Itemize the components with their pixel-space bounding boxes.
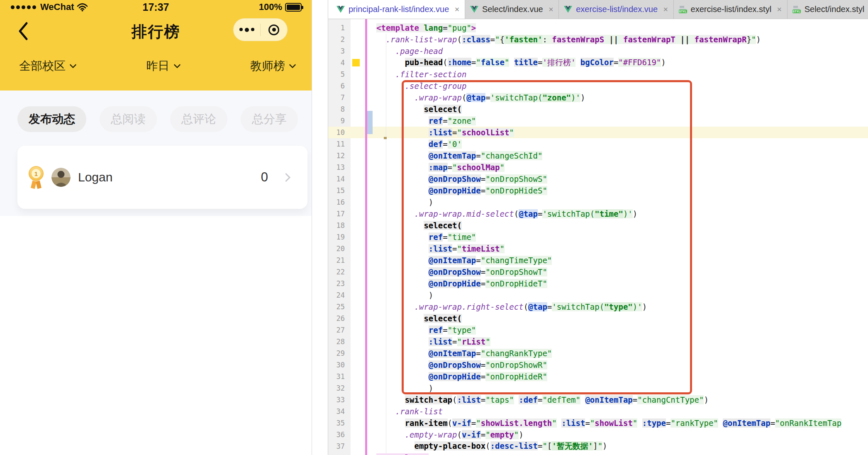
editor-tab[interactable]: STYLSelect/index.styl✕	[788, 0, 868, 19]
filter-campus[interactable]: 全部校区	[19, 58, 76, 74]
code-text: @onDropShow="onDropShowS"	[376, 174, 547, 183]
capsule-menu	[233, 18, 288, 41]
code-text: ref="type"	[376, 325, 476, 335]
user-name: Logan	[78, 170, 112, 184]
code-text: :list="schoolList"	[376, 128, 514, 137]
filter-row: 全部校区昨日教师榜	[0, 51, 312, 74]
code-text: )	[376, 291, 433, 300]
code-text: .wrap-wrap(@tap='switchTap("zone")')	[376, 93, 585, 102]
code-line: 17 .wrap-wrap.mid-select(@tap='switchTap…	[328, 208, 868, 220]
code-lines: 1<template lang="pug">2 .rank-list-wrap(…	[328, 22, 868, 455]
code-line: 32 )	[328, 382, 868, 394]
tab-filename: exercise-list/index.vue	[576, 5, 658, 14]
editor-tab[interactable]: Select/index.vue✕	[465, 0, 559, 19]
metric-tab[interactable]: 总评论	[170, 106, 227, 132]
line-number: 20	[328, 245, 351, 253]
line-number: 12	[328, 152, 351, 160]
metric-tab[interactable]: 发布动态	[17, 106, 86, 132]
code-line: 15 @onDropHide="onDropHideS"	[328, 185, 868, 196]
ellipsis-icon	[239, 28, 254, 32]
code-text: @onItemTap="changeSchId"	[376, 151, 542, 160]
code-line: 13 :map="schoolMap"	[328, 161, 868, 173]
battery-icon	[285, 3, 302, 12]
code-line: 24 )	[328, 289, 868, 301]
code-line: 7 .wrap-wrap(@tap='switchTap("zone")')	[328, 92, 868, 103]
code-text: @onItemTap="changTimeType"	[376, 256, 552, 265]
code-line: 25 .wrap-wrap.right-select(@tap='switchT…	[328, 301, 868, 313]
battery-percent-label: 100%	[259, 2, 282, 12]
code-text: rank-item(v-if="showList.length" :list="…	[376, 418, 841, 428]
code-line: 9 ref="zone"	[328, 115, 868, 127]
line-number: 32	[328, 384, 351, 392]
stylus-file-icon: STYL	[792, 6, 801, 13]
status-right: 100%	[259, 2, 302, 12]
count-value: 0	[261, 170, 268, 185]
code-area[interactable]: 1<template lang="pug">2 .rank-list-wrap(…	[328, 19, 868, 455]
code-text: )	[376, 384, 433, 393]
code-line: 22 @onDropShow="onDropShowT"	[328, 266, 868, 278]
code-text: .wrap-wrap.right-select(@tap='switchTap(…	[376, 302, 647, 311]
line-number: 9	[328, 117, 351, 125]
code-line: 10 :list="schoolList"	[328, 127, 868, 138]
screenshot-root: WeChat 17:37 100%	[0, 0, 868, 455]
filter-board[interactable]: 教师榜	[250, 58, 295, 74]
vue-file-icon	[470, 6, 478, 13]
chevron-down-icon	[70, 61, 77, 68]
close-tab-icon[interactable]: ✕	[549, 6, 554, 13]
line-number: 35	[328, 419, 351, 427]
editor-tab[interactable]: principal-rank-list/index.vue✕	[332, 0, 465, 19]
page-content: 发布动态总阅读总评论总分享 1	[0, 91, 312, 216]
metric-tabs: 发布动态总阅读总评论总分享	[0, 106, 312, 132]
code-text: ref="zone"	[376, 116, 476, 125]
avatar	[51, 168, 71, 187]
close-tab-icon[interactable]: ✕	[454, 6, 460, 13]
editor-tab[interactable]: STYLexercise-list/index.styl✕	[674, 0, 788, 19]
line-number: 2	[328, 35, 351, 44]
code-text: selecet(	[376, 314, 462, 323]
code-text: .empty-wrap(v-if="empty")	[376, 430, 524, 439]
code-line: 26 selecet(	[328, 313, 868, 324]
filter-date[interactable]: 昨日	[146, 58, 180, 74]
code-line: 8 selecet(	[328, 103, 868, 115]
code-line: 16 )	[328, 196, 868, 208]
code-line: 20 :list="timeList"	[328, 243, 868, 254]
metric-tab[interactable]: 总阅读	[100, 106, 157, 132]
code-line: 27 ref="type"	[328, 324, 868, 336]
code-text: .rank-list	[376, 407, 443, 416]
code-line: 31 @onDropHide="onDropHideR"	[328, 371, 868, 382]
code-text: .select-group	[376, 81, 466, 91]
chevron-down-icon	[289, 61, 296, 68]
close-tab-icon[interactable]: ✕	[777, 6, 782, 13]
metric-tab[interactable]: 总分享	[241, 106, 298, 132]
exit-button[interactable]	[261, 19, 287, 41]
wechat-miniprogram-preview: WeChat 17:37 100%	[0, 0, 312, 455]
more-button[interactable]	[234, 19, 260, 41]
code-text: .filter-section	[376, 70, 466, 79]
tab-filename: principal-rank-list/index.vue	[349, 5, 449, 14]
tab-filename: Select/index.styl	[805, 5, 865, 14]
code-text: switch-tap(:list="taps" :def="defTem" @o…	[376, 395, 709, 404]
line-number: 7	[328, 93, 351, 102]
code-text: def='0'	[376, 139, 462, 149]
line-number: 30	[328, 361, 351, 369]
line-number: 21	[328, 256, 351, 264]
code-line: 33 switch-tap(:list="taps" :def="defTem"…	[328, 394, 868, 406]
status-bar: WeChat 17:37 100%	[0, 0, 312, 12]
close-tab-icon[interactable]: ✕	[663, 6, 668, 13]
code-text: @onItemTap="changRankType"	[376, 349, 552, 358]
rank-list-item[interactable]: 1 Logan 0	[17, 146, 307, 209]
code-line: 19 ref="time"	[328, 231, 868, 243]
code-text: :map="schoolMap"	[376, 163, 505, 172]
code-text: </template>	[376, 453, 429, 455]
code-line: 37 empty-place-box(:desc-list="['暂无数据']"…	[328, 440, 868, 452]
line-number: 13	[328, 163, 351, 171]
code-text: .page-head	[376, 46, 443, 56]
line-number: 10	[328, 128, 351, 137]
code-line: 34 .rank-list	[328, 406, 868, 417]
code-text: :list="rList"	[376, 337, 490, 346]
editor-tab[interactable]: exercise-list/index.vue✕	[559, 0, 673, 19]
line-number: 37	[328, 442, 351, 450]
code-text: .rank-list-wrap(:class="{'fasten': faste…	[376, 35, 761, 44]
line-number: 23	[328, 279, 351, 288]
stylus-file-icon: STYL	[679, 6, 687, 13]
